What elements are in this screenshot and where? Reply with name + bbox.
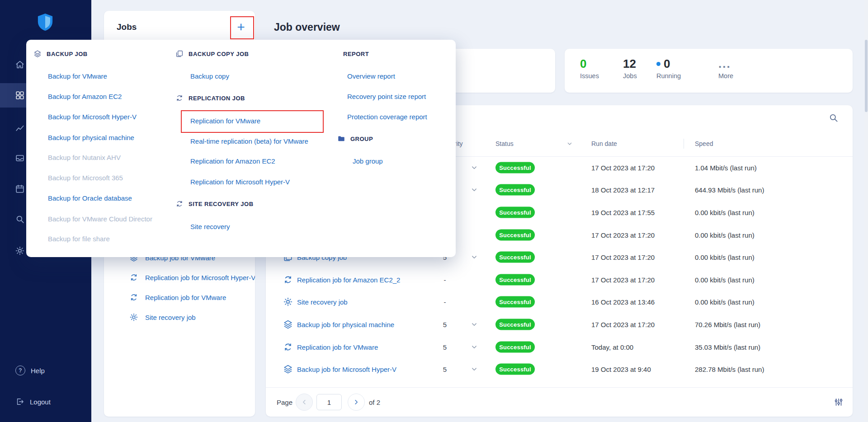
menu-item-overview-report[interactable]: Overview report: [347, 72, 395, 80]
menu-item-backup-nutanix: Backup for Nutanix AHV: [48, 154, 121, 161]
speed: 0.00 kbit/s (last run): [695, 208, 755, 216]
column-header-speed[interactable]: Speed: [695, 140, 713, 147]
stats-card: 0 Issues 12 Jobs 0 Running ... More: [565, 49, 853, 93]
menu-item-replication-hyperv[interactable]: Replication for Microsoft Hyper-V: [190, 178, 290, 186]
search-nav-icon[interactable]: [15, 214, 25, 224]
tree-item-site-recovery[interactable]: Site recovery job: [129, 313, 196, 322]
dashboard-grid-icon[interactable]: [15, 90, 25, 100]
page-number-input[interactable]: [316, 394, 342, 410]
priority-value: -: [438, 276, 452, 283]
menu-item-recovery-point-size-report[interactable]: Recovery point size report: [347, 93, 426, 100]
menu-section-report: REPORT: [343, 51, 369, 57]
menu-section-label: SITE RECOVERY JOB: [189, 201, 254, 207]
menu-item-backup-physical[interactable]: Backup for physical machine: [48, 134, 134, 141]
backup-icon: [283, 319, 293, 329]
run-date: 17 Oct 2023 at 17:20: [591, 320, 655, 328]
job-name-link[interactable]: Backup job for physical machine: [297, 320, 394, 328]
priority-chevron-icon[interactable]: [470, 320, 478, 328]
table-row[interactable]: Backup job for Microsoft Hyper-V 5 Succe…: [266, 358, 853, 380]
job-name-link[interactable]: Replication job for VMware: [297, 343, 378, 351]
job-name-link[interactable]: Backup job for Microsoft Hyper-V: [297, 366, 396, 373]
menu-item-job-group[interactable]: Job group: [353, 157, 383, 165]
stat-more[interactable]: ... More: [718, 57, 733, 80]
logout-button[interactable]: Logout: [15, 397, 51, 406]
menu-item-backup-m365: Backup for Microsoft 365: [48, 174, 123, 182]
page-total-label: of 2: [369, 399, 380, 406]
menu-item-backup-vmware[interactable]: Backup for VMware: [48, 72, 107, 80]
job-name-link[interactable]: Site recovery job: [297, 298, 348, 306]
jobs-value: 12: [623, 57, 637, 70]
column-header-status[interactable]: Status: [495, 140, 514, 147]
speed: 0.00 kbit/s (last run): [695, 276, 755, 283]
page-scrollbar[interactable]: [864, 0, 868, 422]
table-search-icon[interactable]: [828, 113, 839, 123]
menu-section-site-recovery-job: SITE RECOVERY JOB: [175, 200, 254, 208]
settings-gear-icon[interactable]: [15, 246, 25, 256]
stat-jobs[interactable]: 12 Jobs: [623, 57, 637, 80]
priority-value: 5: [438, 366, 452, 373]
chevron-right-icon: [352, 398, 360, 406]
inbox-icon[interactable]: [15, 153, 25, 163]
run-date: 18 Oct 2023 at 12:17: [591, 186, 655, 194]
run-date: 19 Oct 2023 at 17:55: [591, 208, 655, 216]
priority-value: -: [438, 298, 452, 306]
previous-page-button[interactable]: [296, 394, 313, 411]
scrollbar-thumb[interactable]: [865, 40, 868, 112]
tree-item-label: Replication job for VMware: [145, 294, 226, 301]
priority-chevron-icon[interactable]: [470, 365, 478, 373]
backup-icon: [283, 364, 293, 374]
menu-item-protection-coverage-report[interactable]: Protection coverage report: [347, 113, 427, 121]
table-row[interactable]: Replication job for VMware 5 Successful …: [266, 336, 853, 358]
jobs-label: Jobs: [623, 72, 637, 80]
speed: 0.00 kbit/s (last run): [695, 298, 755, 306]
pagination: Page of 2: [266, 387, 853, 417]
run-date: 17 Oct 2023 at 17:20: [591, 253, 655, 261]
menu-item-realtime-replication-vmware[interactable]: Real-time replication (beta) for VMware: [190, 137, 308, 145]
menu-item-backup-amazon-ec2[interactable]: Backup for Amazon EC2: [48, 93, 122, 100]
run-date: 16 Oct 2023 at 13:46: [591, 298, 655, 306]
speed: 35.03 Mbit/s (last run): [695, 343, 760, 351]
more-label: More: [718, 72, 733, 80]
issues-label: Issues: [580, 72, 599, 80]
speed: 0.00 kbit/s (last run): [695, 253, 755, 261]
status-badge: Successful: [495, 229, 535, 240]
column-header-run-date[interactable]: Run date: [591, 140, 617, 147]
tree-item-replication-vmware[interactable]: Replication job for VMware: [129, 293, 226, 302]
menu-item-backup-oracle[interactable]: Backup for Oracle database: [48, 194, 132, 202]
run-date: 17 Oct 2023 at 17:20: [591, 164, 655, 171]
calendar-icon[interactable]: [15, 184, 25, 194]
replication-icon: [283, 342, 293, 352]
status-badge: Successful: [495, 296, 535, 308]
status-filter-chevron-icon[interactable]: [566, 140, 573, 147]
stat-issues[interactable]: 0 Issues: [580, 57, 599, 80]
table-row[interactable]: Site recovery job - Successful 16 Oct 20…: [266, 291, 853, 314]
help-button[interactable]: ? Help: [15, 366, 45, 375]
next-page-button[interactable]: [348, 394, 365, 411]
site-recovery-icon: [283, 297, 293, 307]
menu-section-replication-job: REPLICATION JOB: [175, 94, 245, 102]
running-value: 0: [664, 57, 670, 70]
home-icon[interactable]: [15, 60, 25, 70]
menu-section-backup-job: BACKUP JOB: [33, 50, 88, 58]
speed: 1.04 Mbit/s (last run): [695, 164, 757, 171]
add-job-button[interactable]: +: [233, 19, 249, 35]
menu-item-backup-copy[interactable]: Backup copy: [190, 72, 229, 80]
priority-chevron-icon[interactable]: [470, 253, 478, 261]
priority-chevron-icon[interactable]: [470, 164, 478, 172]
priority-chevron-icon[interactable]: [470, 186, 478, 194]
table-row[interactable]: Replication job for Amazon EC2_2 - Succe…: [266, 268, 853, 291]
menu-section-label: REPLICATION JOB: [189, 95, 245, 102]
menu-item-site-recovery[interactable]: Site recovery: [190, 223, 230, 230]
menu-item-replication-vmware[interactable]: Replication for VMware: [190, 117, 260, 125]
menu-item-backup-hyperv[interactable]: Backup for Microsoft Hyper-V: [48, 113, 137, 121]
tree-item-replication-hyperv[interactable]: Replication job for Microsoft Hyper-V: [129, 273, 255, 282]
priority-chevron-icon[interactable]: [470, 343, 478, 351]
table-settings-icon[interactable]: [834, 397, 844, 407]
activity-chart-icon[interactable]: [15, 123, 25, 133]
job-name-link[interactable]: Replication job for Amazon EC2_2: [297, 276, 400, 283]
menu-item-replication-amazon-ec2[interactable]: Replication for Amazon EC2: [190, 157, 275, 165]
table-row[interactable]: Backup job for physical machine 5 Succes…: [266, 313, 853, 336]
status-badge: Successful: [495, 252, 535, 263]
stat-running[interactable]: 0 Running: [656, 57, 681, 80]
chevron-left-icon: [300, 398, 308, 406]
